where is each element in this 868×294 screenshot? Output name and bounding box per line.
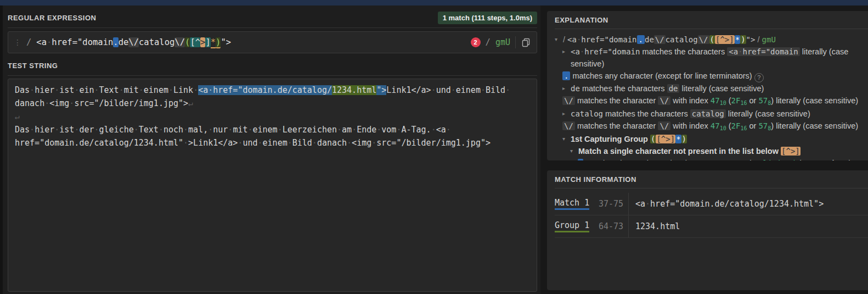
text-segment: 16 (740, 125, 747, 131)
test-string-line: ↵ (15, 110, 530, 123)
explanation-row[interactable]: ▸<a·href="domain matches the characters … (562, 46, 868, 70)
divider (555, 188, 868, 188)
explanation-row[interactable]: ▸de matches the characters de literally … (562, 82, 868, 95)
explanation-text: \/ matches the character \/ with index 4… (562, 95, 858, 108)
text-segment: * (735, 35, 740, 44)
text-segment: matches the character (575, 96, 658, 105)
text-segment: / (755, 35, 762, 44)
explanation-row[interactable]: ▾1st Capturing Group ([^>]*) (562, 133, 868, 145)
text-segment: 57 (758, 121, 768, 130)
explanation-text: . matches any character (except for line… (562, 70, 764, 82)
text-segment: catalog (666, 35, 698, 44)
divider (555, 29, 868, 29)
text-segment: or (747, 121, 758, 130)
text-segment: <a·href="domain (567, 35, 636, 44)
text-segment: and (736, 159, 753, 160)
test-string-section-title: TEST STRING (8, 62, 58, 70)
collapse-arrow-icon[interactable]: ▾ (562, 133, 571, 145)
divider (515, 36, 516, 48)
explanation-row[interactable]: ▾Match a single character not present in… (570, 145, 868, 157)
match-range: 37-75 (599, 199, 628, 209)
explanation-row[interactable]: \/ matches the character \/ with index 4… (562, 120, 868, 133)
explanation-row[interactable]: . matches any character (except for line… (562, 70, 868, 82)
text-segment: 57 (758, 96, 768, 105)
text-segment: 8 (768, 125, 771, 131)
match-range: 64-73 (599, 221, 628, 231)
text-segment: [^>] (781, 147, 801, 156)
text-segment: ( (726, 96, 731, 105)
text-segment: \/ (654, 35, 666, 44)
match-row[interactable]: Match 137-75<a·href="domain.de/catalog/1… (555, 193, 868, 215)
match-label: Match 1 (555, 198, 589, 210)
text-segment: <a·href="domain (36, 37, 113, 47)
explanation-row[interactable]: \/ matches the character \/ with index 4… (562, 95, 868, 108)
text-segment: 47 (711, 96, 720, 105)
explanation-row[interactable]: ▾/ <a·href="domain.de\/catalog\/([^>]*)"… (555, 34, 868, 46)
text-segment: Link1</a>·und·einem·Bild· (386, 85, 510, 95)
collapse-arrow-icon[interactable]: ▾ (570, 145, 578, 157)
text-segment: . (562, 71, 570, 80)
text-segment: catalog (690, 109, 726, 118)
text-segment: danach·<img·src="/bilder/img1.jpg"> (15, 98, 188, 108)
text-segment: * (675, 135, 681, 143)
regex-input[interactable]: ⋮ / <a·href="domain.de\/catalog\/([^>]*)… (8, 31, 537, 53)
text-segment: . (113, 37, 118, 47)
text-segment: "> (746, 35, 756, 44)
regex-section-title: REGULAR EXPRESSION (8, 14, 96, 22)
match-label-cell: Match 1 (555, 198, 599, 210)
text-segment: ( (185, 37, 190, 47)
text-segment: Match a single character not present in … (578, 147, 781, 156)
text-segment: de (571, 84, 580, 93)
explanation-text: <a·href="domain matches the characters <… (571, 46, 868, 70)
text-segment: \/ (658, 96, 670, 105)
text-segment: \/ (128, 37, 139, 47)
expand-arrow-icon[interactable]: ▸ (562, 46, 571, 58)
text-segment: * (578, 159, 583, 160)
text-segment: matches the characters (640, 47, 727, 56)
test-string-line: href="domain.de/catalog/1234.html"·>Link… (15, 136, 530, 149)
match-info-title: MATCH INFORMATION (555, 175, 868, 184)
expand-arrow-icon[interactable]: ▸ (562, 82, 571, 95)
regex-section-header: REGULAR EXPRESSION 1 match (111 steps, 1… (8, 11, 537, 24)
group-row[interactable]: Group 164-731234.html (555, 215, 868, 238)
drag-handle-icon[interactable]: ⋮ (14, 38, 21, 47)
collapse-arrow-icon[interactable]: ▾ (555, 34, 563, 46)
match-count-badge: 1 match (111 steps, 1.0ms) (438, 12, 537, 24)
text-segment: 10 (720, 100, 726, 106)
text-segment: literally (case sensitive) (679, 84, 764, 93)
text-segment: unlimited (754, 159, 796, 160)
main-area: REGULAR EXPRESSION 1 match (111 steps, 1… (0, 5, 868, 294)
expand-arrow-icon[interactable]: ▸ (562, 108, 571, 120)
text-segment: [^ (190, 37, 200, 47)
copy-icon (522, 38, 530, 47)
match-value: <a·href="domain.de/catalog/1234.html"> (628, 193, 824, 215)
text-segment: 8 (768, 100, 771, 106)
text-segment: matches the characters (580, 84, 667, 93)
explanation-tree: ▾/ <a·href="domain.de\/catalog\/([^>]*)"… (555, 34, 868, 160)
right-panel: EXPLANATION ▾/ <a·href="domain.de\/catal… (540, 5, 868, 294)
regex-flags[interactable]: gmU (495, 37, 510, 47)
text-segment: catalog (571, 109, 603, 118)
text-segment: 2F (731, 121, 741, 130)
text-segment: 1234.html (635, 221, 680, 231)
explanation-row[interactable]: * matches the previous token between zer… (578, 157, 868, 160)
text-segment: times, as few times as possible, expandi… (796, 159, 868, 160)
regex-open-delimiter: / (26, 37, 31, 47)
text-segment: ] (205, 37, 210, 47)
text-segment: ( (650, 135, 656, 143)
text-segment: gmU (762, 35, 776, 44)
test-string-input[interactable]: Das·hier·ist·ein·Text·mit·einem·Link·<a·… (8, 79, 537, 292)
text-segment: ↵ (15, 112, 20, 121)
text-segment: \/ (562, 121, 575, 130)
match-value: 1234.html (628, 215, 680, 237)
left-panel: REGULAR EXPRESSION 1 match (111 steps, 1… (3, 5, 540, 294)
copy-button[interactable] (521, 37, 531, 48)
regex-pattern[interactable]: <a·href="domain.de\/catalog\/([^>]*)"> (36, 36, 465, 48)
error-count-badge[interactable]: 2 (471, 37, 481, 47)
text-segment: or (747, 96, 758, 105)
explanation-panel: EXPLANATION ▾/ <a·href="domain.de\/catal… (547, 11, 868, 160)
match-info-table: Match 137-75<a·href="domain.de/catalog/1… (555, 193, 868, 238)
text-segment: Das·hier·ist·der·gleiche·Text·noch·mal,·… (15, 125, 451, 135)
text-segment: / (563, 35, 567, 44)
explanation-row[interactable]: ▸catalog matches the characters catalog … (562, 108, 868, 120)
